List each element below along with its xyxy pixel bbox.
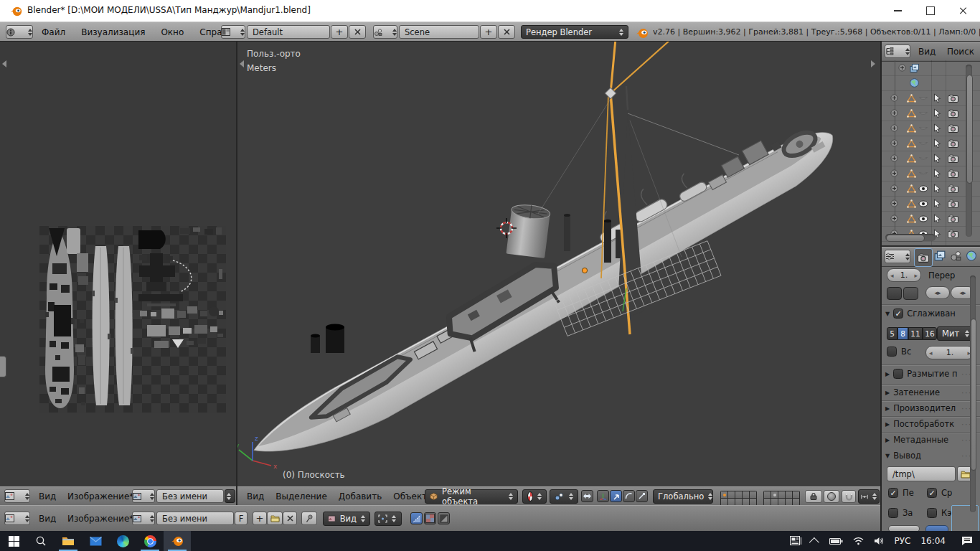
browse-image-button[interactable] [132,512,155,525]
layer-cell[interactable] [750,499,756,505]
battery-icon[interactable] [829,537,843,545]
expand-icon[interactable] [890,139,898,147]
tab-render-layers[interactable] [934,250,946,264]
chrome-button[interactable] [136,531,164,551]
expand-icon[interactable] [898,64,906,72]
expand-icon[interactable] [890,94,898,102]
renderability-camera-icon[interactable] [948,94,958,103]
tab-world[interactable] [966,250,977,264]
outliner-hscrollbar[interactable] [885,234,936,241]
menu-Выделение[interactable]: Выделение [275,491,326,501]
visibility-eye-closed-icon[interactable] [918,140,928,147]
menu-Визуализация[interactable]: Визуализация [81,27,145,37]
draw-uv-faces-toggle[interactable] [410,512,423,524]
editor-type-button-outliner[interactable] [885,44,910,58]
renderability-camera-icon[interactable] [948,230,958,238]
expand-icon[interactable] [890,124,898,132]
region-collapse-arrow-icon[interactable] [240,60,244,67]
renderability-camera-icon[interactable] [948,139,958,148]
layer-cell[interactable] [750,491,756,498]
news-widget-icon[interactable] [790,536,802,546]
pivot-point-select[interactable] [550,489,578,504]
tool-shelf-tab[interactable] [0,356,6,377]
visibility-eye-closed-icon[interactable] [918,155,928,162]
manipulator-axes-toggle[interactable] [597,490,609,502]
snap-toggle[interactable] [842,490,856,503]
pin-button[interactable] [301,512,317,525]
expand-icon[interactable] [890,154,898,162]
proportional-edit-select[interactable] [858,489,880,504]
menu-view[interactable]: Вид [39,514,56,524]
toggle-button-b[interactable] [903,287,918,300]
selectability-cursor-icon[interactable] [933,184,941,193]
outliner-scrollbar[interactable] [966,65,972,237]
viewport-3d[interactable]: x y z Польз.-орто Meters (0) Плоскость [237,42,881,486]
lock-to-scene-button[interactable] [805,490,822,503]
manipulator-scale-toggle[interactable] [636,490,648,502]
layers-grid-1[interactable] [720,491,757,506]
renderability-camera-icon[interactable] [948,124,958,133]
selectability-cursor-icon[interactable] [933,214,941,223]
frame-stepper[interactable]: ◂1.▸ [887,268,921,282]
anti-aliasing-checkbox[interactable] [893,309,903,319]
panel-Затенение[interactable]: ▶Затенение···· [885,387,976,397]
expand-icon[interactable] [890,199,898,207]
checkbox[interactable] [888,508,898,518]
maximize-button[interactable] [914,0,947,22]
renderability-camera-icon[interactable] [948,199,958,208]
output-option-Кэ[interactable]: Кэ [927,508,951,518]
checkbox[interactable] [888,488,898,498]
editor-divider[interactable] [880,42,882,531]
add-scene-button[interactable]: + [480,25,497,39]
editor-type-button-info[interactable] [6,25,33,39]
visibility-eye-open-icon[interactable] [918,185,928,192]
draw-other-objects-toggle[interactable] [438,512,450,524]
draw-checker-toggle[interactable] [424,512,436,524]
layer-cell[interactable] [778,491,785,498]
editor-divider[interactable] [236,42,237,505]
layer-cell[interactable] [778,499,785,505]
visibility-eye-open-icon[interactable] [918,200,928,207]
start-button[interactable] [0,531,27,551]
menu-Файл[interactable]: Файл [42,27,65,37]
layers-grid-2[interactable] [763,491,800,506]
panel-Метаданные[interactable]: ▶Метаданные···· [885,435,976,445]
scene-browse-button[interactable] [373,25,397,39]
layer-cell[interactable] [793,491,799,498]
layer-cell[interactable] [728,491,735,498]
layer-cell[interactable] [786,499,792,505]
close-button[interactable] [947,0,980,22]
full-sample-checkbox[interactable] [887,347,897,357]
blender-taskbar-button[interactable] [164,531,191,551]
editor-type-button-properties[interactable] [885,250,910,263]
layer-cell[interactable] [793,499,799,505]
motion-blur-checkbox[interactable] [893,369,903,379]
step-back-button[interactable]: ◂▸ [925,286,950,299]
uv-image-editor[interactable] [0,42,237,486]
visibility-eye-closed-icon[interactable] [918,170,928,177]
renderability-camera-icon[interactable] [948,215,958,223]
menu-Объект[interactable]: Объект [393,491,427,501]
region-collapse-arrow-icon[interactable] [2,60,6,67]
menu-image[interactable]: Изображение* [67,491,133,501]
visibility-eye-closed-icon[interactable] [918,95,928,102]
screen-layout-browse-button[interactable] [221,25,245,39]
selectability-cursor-icon[interactable] [933,93,941,103]
aa-filter-select[interactable]: Мит [937,326,974,341]
checkbox[interactable] [927,508,937,518]
layer-cell[interactable] [743,499,749,505]
manipulator-translate-toggle[interactable] [610,490,622,502]
screen-layout-name-field[interactable]: Default [247,25,330,39]
layer-cell[interactable] [786,491,792,498]
layer-cell[interactable] [771,491,778,498]
tab-scene[interactable] [950,250,961,264]
layer-cell[interactable] [764,499,771,505]
wifi-icon[interactable] [853,537,864,545]
language-indicator[interactable]: РУС [894,536,910,546]
region-expand-arrow-icon[interactable] [871,60,875,67]
aa-size-stepper[interactable]: ◂1.▸ [925,346,974,359]
menu-Добавить[interactable]: Добавить [339,491,382,501]
menu-view[interactable]: Вид [918,47,936,57]
selectability-cursor-icon[interactable] [933,199,941,208]
menu-Окно[interactable]: Окно [161,27,184,37]
